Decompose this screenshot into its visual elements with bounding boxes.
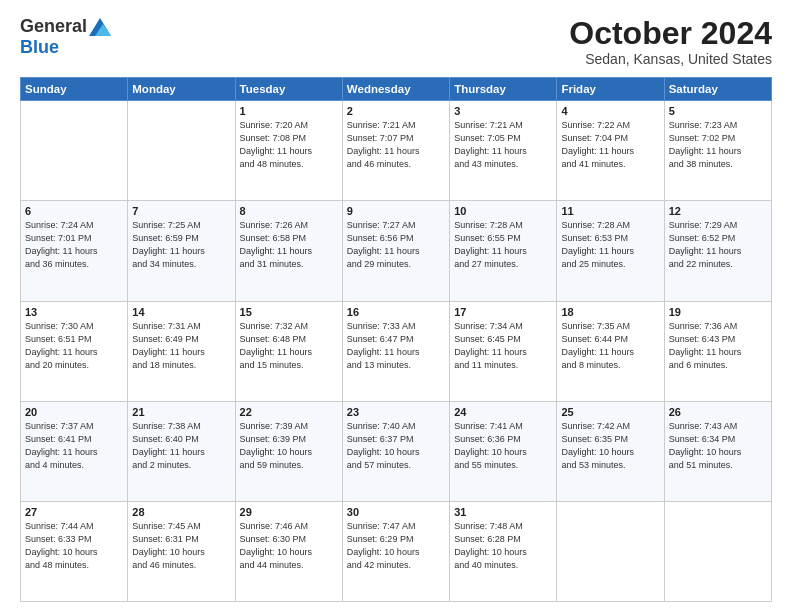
day-info: Sunrise: 7:21 AM Sunset: 7:07 PM Dayligh… bbox=[347, 119, 445, 171]
calendar-cell: 15Sunrise: 7:32 AM Sunset: 6:48 PM Dayli… bbox=[235, 301, 342, 401]
logo-blue-text: Blue bbox=[20, 37, 59, 58]
day-info: Sunrise: 7:39 AM Sunset: 6:39 PM Dayligh… bbox=[240, 420, 338, 472]
weekday-friday: Friday bbox=[557, 78, 664, 101]
day-number: 31 bbox=[454, 506, 552, 518]
header: General Blue October 2024 Sedan, Kansas,… bbox=[20, 16, 772, 67]
calendar-cell: 17Sunrise: 7:34 AM Sunset: 6:45 PM Dayli… bbox=[450, 301, 557, 401]
calendar-cell: 18Sunrise: 7:35 AM Sunset: 6:44 PM Dayli… bbox=[557, 301, 664, 401]
month-title: October 2024 bbox=[569, 16, 772, 51]
logo: General Blue bbox=[20, 16, 111, 58]
day-number: 7 bbox=[132, 205, 230, 217]
day-info: Sunrise: 7:47 AM Sunset: 6:29 PM Dayligh… bbox=[347, 520, 445, 572]
day-info: Sunrise: 7:32 AM Sunset: 6:48 PM Dayligh… bbox=[240, 320, 338, 372]
day-number: 30 bbox=[347, 506, 445, 518]
calendar-cell: 20Sunrise: 7:37 AM Sunset: 6:41 PM Dayli… bbox=[21, 401, 128, 501]
day-number: 5 bbox=[669, 105, 767, 117]
day-info: Sunrise: 7:25 AM Sunset: 6:59 PM Dayligh… bbox=[132, 219, 230, 271]
weekday-sunday: Sunday bbox=[21, 78, 128, 101]
day-number: 29 bbox=[240, 506, 338, 518]
week-row-1: 1Sunrise: 7:20 AM Sunset: 7:08 PM Daylig… bbox=[21, 101, 772, 201]
calendar-cell: 27Sunrise: 7:44 AM Sunset: 6:33 PM Dayli… bbox=[21, 501, 128, 601]
weekday-thursday: Thursday bbox=[450, 78, 557, 101]
day-number: 16 bbox=[347, 306, 445, 318]
day-number: 1 bbox=[240, 105, 338, 117]
calendar-cell: 5Sunrise: 7:23 AM Sunset: 7:02 PM Daylig… bbox=[664, 101, 771, 201]
day-info: Sunrise: 7:20 AM Sunset: 7:08 PM Dayligh… bbox=[240, 119, 338, 171]
calendar-cell: 8Sunrise: 7:26 AM Sunset: 6:58 PM Daylig… bbox=[235, 201, 342, 301]
calendar-cell: 26Sunrise: 7:43 AM Sunset: 6:34 PM Dayli… bbox=[664, 401, 771, 501]
logo-general-text: General bbox=[20, 16, 87, 37]
day-info: Sunrise: 7:48 AM Sunset: 6:28 PM Dayligh… bbox=[454, 520, 552, 572]
day-number: 17 bbox=[454, 306, 552, 318]
calendar-cell: 30Sunrise: 7:47 AM Sunset: 6:29 PM Dayli… bbox=[342, 501, 449, 601]
day-info: Sunrise: 7:36 AM Sunset: 6:43 PM Dayligh… bbox=[669, 320, 767, 372]
day-number: 28 bbox=[132, 506, 230, 518]
day-info: Sunrise: 7:37 AM Sunset: 6:41 PM Dayligh… bbox=[25, 420, 123, 472]
calendar-cell: 24Sunrise: 7:41 AM Sunset: 6:36 PM Dayli… bbox=[450, 401, 557, 501]
day-info: Sunrise: 7:46 AM Sunset: 6:30 PM Dayligh… bbox=[240, 520, 338, 572]
calendar-cell: 6Sunrise: 7:24 AM Sunset: 7:01 PM Daylig… bbox=[21, 201, 128, 301]
day-info: Sunrise: 7:33 AM Sunset: 6:47 PM Dayligh… bbox=[347, 320, 445, 372]
day-number: 13 bbox=[25, 306, 123, 318]
day-info: Sunrise: 7:28 AM Sunset: 6:53 PM Dayligh… bbox=[561, 219, 659, 271]
day-info: Sunrise: 7:40 AM Sunset: 6:37 PM Dayligh… bbox=[347, 420, 445, 472]
calendar-table: SundayMondayTuesdayWednesdayThursdayFrid… bbox=[20, 77, 772, 602]
day-info: Sunrise: 7:26 AM Sunset: 6:58 PM Dayligh… bbox=[240, 219, 338, 271]
day-info: Sunrise: 7:24 AM Sunset: 7:01 PM Dayligh… bbox=[25, 219, 123, 271]
calendar-cell: 14Sunrise: 7:31 AM Sunset: 6:49 PM Dayli… bbox=[128, 301, 235, 401]
weekday-wednesday: Wednesday bbox=[342, 78, 449, 101]
day-number: 19 bbox=[669, 306, 767, 318]
day-number: 21 bbox=[132, 406, 230, 418]
calendar-cell: 12Sunrise: 7:29 AM Sunset: 6:52 PM Dayli… bbox=[664, 201, 771, 301]
weekday-tuesday: Tuesday bbox=[235, 78, 342, 101]
week-row-3: 13Sunrise: 7:30 AM Sunset: 6:51 PM Dayli… bbox=[21, 301, 772, 401]
day-info: Sunrise: 7:30 AM Sunset: 6:51 PM Dayligh… bbox=[25, 320, 123, 372]
calendar-cell: 31Sunrise: 7:48 AM Sunset: 6:28 PM Dayli… bbox=[450, 501, 557, 601]
day-number: 14 bbox=[132, 306, 230, 318]
day-number: 18 bbox=[561, 306, 659, 318]
day-info: Sunrise: 7:22 AM Sunset: 7:04 PM Dayligh… bbox=[561, 119, 659, 171]
day-info: Sunrise: 7:23 AM Sunset: 7:02 PM Dayligh… bbox=[669, 119, 767, 171]
day-number: 12 bbox=[669, 205, 767, 217]
calendar-cell: 7Sunrise: 7:25 AM Sunset: 6:59 PM Daylig… bbox=[128, 201, 235, 301]
day-info: Sunrise: 7:45 AM Sunset: 6:31 PM Dayligh… bbox=[132, 520, 230, 572]
day-info: Sunrise: 7:27 AM Sunset: 6:56 PM Dayligh… bbox=[347, 219, 445, 271]
day-info: Sunrise: 7:38 AM Sunset: 6:40 PM Dayligh… bbox=[132, 420, 230, 472]
day-info: Sunrise: 7:42 AM Sunset: 6:35 PM Dayligh… bbox=[561, 420, 659, 472]
calendar-cell: 22Sunrise: 7:39 AM Sunset: 6:39 PM Dayli… bbox=[235, 401, 342, 501]
day-number: 4 bbox=[561, 105, 659, 117]
day-info: Sunrise: 7:28 AM Sunset: 6:55 PM Dayligh… bbox=[454, 219, 552, 271]
day-number: 8 bbox=[240, 205, 338, 217]
location: Sedan, Kansas, United States bbox=[569, 51, 772, 67]
day-number: 27 bbox=[25, 506, 123, 518]
calendar-cell: 25Sunrise: 7:42 AM Sunset: 6:35 PM Dayli… bbox=[557, 401, 664, 501]
logo-icon bbox=[89, 18, 111, 36]
calendar-cell: 29Sunrise: 7:46 AM Sunset: 6:30 PM Dayli… bbox=[235, 501, 342, 601]
calendar-cell: 9Sunrise: 7:27 AM Sunset: 6:56 PM Daylig… bbox=[342, 201, 449, 301]
day-number: 9 bbox=[347, 205, 445, 217]
day-number: 11 bbox=[561, 205, 659, 217]
weekday-header-row: SundayMondayTuesdayWednesdayThursdayFrid… bbox=[21, 78, 772, 101]
calendar-cell: 19Sunrise: 7:36 AM Sunset: 6:43 PM Dayli… bbox=[664, 301, 771, 401]
calendar-cell: 16Sunrise: 7:33 AM Sunset: 6:47 PM Dayli… bbox=[342, 301, 449, 401]
day-info: Sunrise: 7:35 AM Sunset: 6:44 PM Dayligh… bbox=[561, 320, 659, 372]
calendar-cell: 3Sunrise: 7:21 AM Sunset: 7:05 PM Daylig… bbox=[450, 101, 557, 201]
calendar-cell: 2Sunrise: 7:21 AM Sunset: 7:07 PM Daylig… bbox=[342, 101, 449, 201]
title-section: October 2024 Sedan, Kansas, United State… bbox=[569, 16, 772, 67]
page: General Blue October 2024 Sedan, Kansas,… bbox=[0, 0, 792, 612]
calendar-cell: 23Sunrise: 7:40 AM Sunset: 6:37 PM Dayli… bbox=[342, 401, 449, 501]
calendar-cell: 1Sunrise: 7:20 AM Sunset: 7:08 PM Daylig… bbox=[235, 101, 342, 201]
calendar-cell bbox=[21, 101, 128, 201]
day-number: 15 bbox=[240, 306, 338, 318]
calendar-cell bbox=[664, 501, 771, 601]
calendar-cell: 28Sunrise: 7:45 AM Sunset: 6:31 PM Dayli… bbox=[128, 501, 235, 601]
day-info: Sunrise: 7:29 AM Sunset: 6:52 PM Dayligh… bbox=[669, 219, 767, 271]
day-number: 23 bbox=[347, 406, 445, 418]
calendar-cell: 21Sunrise: 7:38 AM Sunset: 6:40 PM Dayli… bbox=[128, 401, 235, 501]
weekday-saturday: Saturday bbox=[664, 78, 771, 101]
day-number: 24 bbox=[454, 406, 552, 418]
day-number: 6 bbox=[25, 205, 123, 217]
day-number: 3 bbox=[454, 105, 552, 117]
calendar-cell bbox=[557, 501, 664, 601]
day-info: Sunrise: 7:34 AM Sunset: 6:45 PM Dayligh… bbox=[454, 320, 552, 372]
